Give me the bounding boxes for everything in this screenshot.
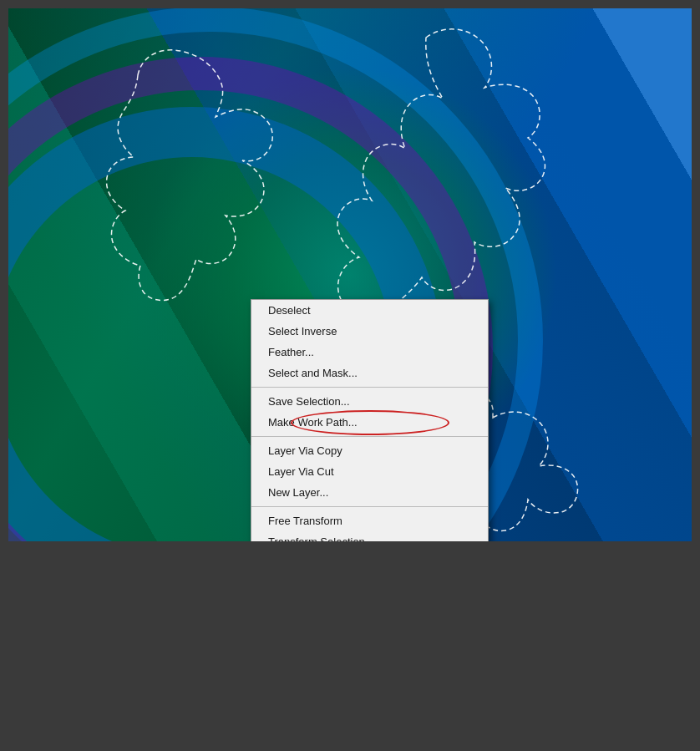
divider-3 [251, 506, 488, 507]
menu-item-save-selection[interactable]: Save Selection... [251, 391, 488, 412]
menu-item-make-work-path[interactable]: Make Work Path... [251, 412, 488, 433]
menu-item-new-layer[interactable]: New Layer... [251, 482, 488, 503]
menu-item-select-inverse[interactable]: Select Inverse [251, 321, 488, 342]
menu-item-layer-via-copy[interactable]: Layer Via Copy [251, 440, 488, 461]
divider-1 [251, 387, 488, 388]
menu-item-free-transform[interactable]: Free Transform [251, 510, 488, 531]
menu-item-layer-via-cut[interactable]: Layer Via Cut [251, 461, 488, 482]
divider-2 [251, 436, 488, 437]
menu-item-transform-selection[interactable]: Transform Selection [251, 531, 488, 541]
menu-item-deselect[interactable]: Deselect [251, 300, 488, 321]
menu-item-select-and-mask[interactable]: Select and Mask... [251, 363, 488, 383]
menu-item-feather[interactable]: Feather... [251, 342, 488, 363]
bottom-bar [0, 541, 700, 751]
menu-item-make-work-path-wrapper[interactable]: Make Work Path... [251, 412, 488, 433]
canvas-area: Deselect Select Inverse Feather... Selec… [8, 8, 692, 541]
context-menu: Deselect Select Inverse Feather... Selec… [251, 299, 489, 541]
